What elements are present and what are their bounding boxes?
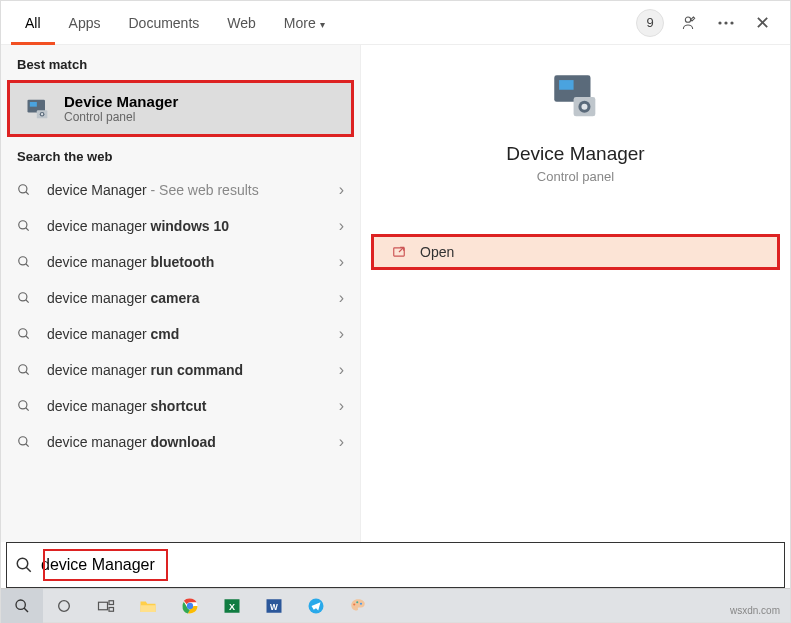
web-result-text: device manager shortcut [47,398,326,414]
taskbar-chrome-icon[interactable] [169,589,211,623]
web-result-text: device manager run command [47,362,326,378]
chevron-right-icon: › [326,325,344,343]
search-icon [7,556,41,574]
svg-point-23 [19,437,27,445]
preview-subtitle: Control panel [537,169,614,184]
svg-text:W: W [270,602,278,611]
svg-point-2 [724,21,727,24]
svg-rect-39 [141,605,156,612]
web-result-text: device manager windows 10 [47,218,326,234]
search-icon [17,435,33,449]
svg-line-16 [26,300,29,303]
search-icon [17,363,33,377]
svg-text:X: X [229,601,235,611]
svg-point-13 [19,257,27,265]
taskbar-search-button[interactable] [1,589,43,623]
svg-point-49 [356,601,358,603]
section-best-match: Best match [1,45,360,80]
svg-rect-36 [99,602,108,610]
preview-panel: Device Manager Control panel Open [361,45,790,542]
web-result[interactable]: device manager run command › [1,352,360,388]
chevron-right-icon: › [326,289,344,307]
web-result-text: device manager cmd [47,326,326,342]
svg-point-29 [581,104,587,110]
search-icon [17,291,33,305]
svg-line-14 [26,264,29,267]
web-result[interactable]: device manager windows 10 › [1,208,360,244]
device-manager-icon [24,95,52,123]
search-icon [17,183,33,197]
taskbar-telegram-icon[interactable] [295,589,337,623]
open-action[interactable]: Open [371,234,780,270]
chevron-right-icon: › [326,361,344,379]
svg-point-15 [19,293,27,301]
search-icon [17,255,33,269]
taskbar-file-explorer-icon[interactable] [127,589,169,623]
svg-point-35 [59,600,70,611]
svg-point-8 [41,113,43,115]
search-icon [17,327,33,341]
svg-point-33 [16,600,25,609]
svg-line-20 [26,372,29,375]
svg-point-3 [730,21,733,24]
search-icon [17,399,33,413]
chevron-down-icon: ▾ [320,19,325,30]
tab-documents[interactable]: Documents [114,1,213,45]
svg-point-17 [19,329,27,337]
chevron-right-icon: › [326,433,344,451]
taskbar-taskview-icon[interactable] [85,589,127,623]
svg-line-18 [26,336,29,339]
tab-all[interactable]: All [11,1,55,45]
svg-rect-37 [109,600,114,604]
tab-web[interactable]: Web [213,1,270,45]
svg-line-22 [26,408,29,411]
scope-tabs: All Apps Documents Web More ▾ 9 ✕ [1,1,790,45]
tab-more[interactable]: More ▾ [270,1,339,45]
svg-line-12 [26,228,29,231]
svg-rect-5 [30,102,37,107]
taskbar: X W [1,588,790,622]
svg-point-19 [19,365,27,373]
svg-point-1 [718,21,721,24]
svg-point-0 [685,17,690,22]
chevron-right-icon: › [326,397,344,415]
search-icon [17,219,33,233]
web-result-text: device Manager - See web results [47,182,326,198]
taskbar-excel-icon[interactable]: X [211,589,253,623]
svg-point-21 [19,401,27,409]
web-result-text: device manager bluetooth [47,254,326,270]
best-match-result[interactable]: Device Manager Control panel [7,80,354,137]
taskbar-word-icon[interactable]: W [253,589,295,623]
svg-line-32 [26,567,31,572]
feedback-icon[interactable] [676,9,704,37]
close-button[interactable]: ✕ [748,9,776,37]
web-result-text: device manager download [47,434,326,450]
web-result[interactable]: device manager bluetooth › [1,244,360,280]
web-result[interactable]: device manager download › [1,424,360,460]
options-icon[interactable] [712,9,740,37]
taskbar-paint-icon[interactable] [337,589,379,623]
svg-rect-26 [559,80,574,90]
chevron-right-icon: › [326,181,344,199]
web-result[interactable]: device manager shortcut › [1,388,360,424]
web-result[interactable]: device Manager - See web results › [1,172,360,208]
open-label: Open [420,244,454,260]
search-window: All Apps Documents Web More ▾ 9 ✕ Best m… [0,0,791,623]
search-input[interactable] [41,556,784,574]
chevron-right-icon: › [326,253,344,271]
svg-rect-38 [109,607,114,611]
svg-point-48 [353,603,355,605]
preview-title: Device Manager [506,143,644,165]
open-icon [392,245,406,259]
watermark: wsxdn.com [730,605,780,616]
results-panel: Best match Device Manager Control panel … [1,45,361,542]
svg-line-24 [26,444,29,447]
web-result[interactable]: device manager cmd › [1,316,360,352]
search-bar[interactable] [6,542,785,588]
tab-apps[interactable]: Apps [55,1,115,45]
rewards-badge[interactable]: 9 [636,9,664,37]
web-result[interactable]: device manager camera › [1,280,360,316]
taskbar-cortana-icon[interactable] [43,589,85,623]
svg-line-34 [24,608,28,612]
chevron-right-icon: › [326,217,344,235]
